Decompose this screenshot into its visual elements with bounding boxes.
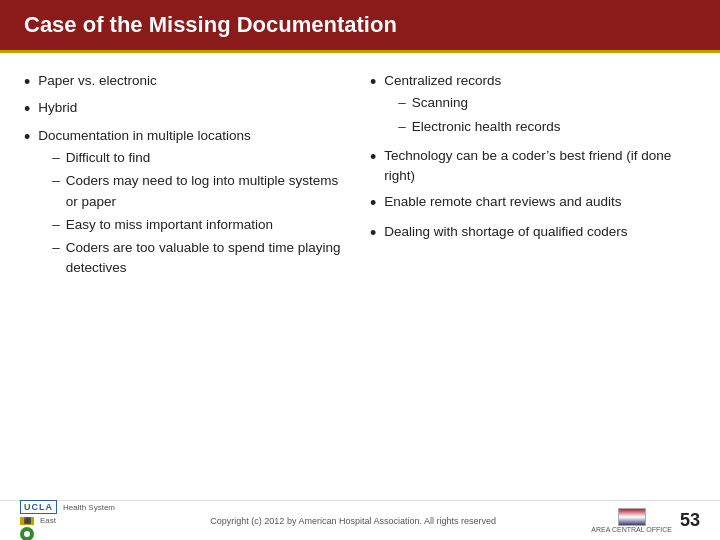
list-item: • Paper vs. electronic [24,71,350,94]
list-item: • Hybrid [24,98,350,121]
sub-list-item: – Easy to miss important information [52,215,350,235]
list-item: • Centralized records – Scanning – Elect… [370,71,696,140]
green-logo-box [20,527,115,540]
slide-footer: UCLA Health System ⬛ East Copyright (c) … [0,500,720,540]
sub-list-item: – Electronic health records [398,117,696,137]
sub-item-text: Difficult to find [66,148,151,168]
bullet-icon: • [370,222,376,245]
bullet-text: Centralized records [384,73,501,88]
flag-icon [618,508,646,526]
sub-list-item: – Scanning [398,93,696,113]
bullet-icon: • [370,192,376,215]
dash-icon: – [52,215,60,235]
list-item: • Documentation in multiple locations – … [24,126,350,282]
bullet-text: Enable remote chart reviews and audits [384,192,696,212]
sub-list: – Difficult to find – Coders may need to… [52,148,350,279]
bullet-icon: • [24,71,30,94]
area-central-office-logo: AREA CENTRAL OFFICE [591,508,672,533]
bullet-text: Technology can be a coder’s best friend … [384,146,696,187]
sub-item-text: Coders are too valuable to spend time pl… [66,238,350,279]
sub-item-text: Scanning [412,93,468,113]
sub-list: – Scanning – Electronic health records [398,93,696,137]
bullet-text: Dealing with shortage of qualified coder… [384,222,696,242]
footer-copyright: Copyright (c) 2012 by American Hospital … [125,516,581,526]
footer-logos-left: UCLA Health System ⬛ East [20,500,115,540]
bullet-icon: • [370,71,376,94]
slide-header: Case of the Missing Documentation [0,0,720,50]
footer-right: AREA CENTRAL OFFICE 53 [591,508,700,533]
green-dot-icon [20,527,34,540]
list-item: • Enable remote chart reviews and audits [370,192,696,215]
sub-list-item: – Coders may need to log into multiple s… [52,171,350,212]
green-dot-inner [24,531,30,537]
slide-title: Case of the Missing Documentation [24,12,397,38]
sub-list-item: – Coders are too valuable to spend time … [52,238,350,279]
bullet-icon: • [24,126,30,149]
slide-content: • Paper vs. electronic • Hybrid • Docume… [0,53,720,500]
page-number: 53 [680,510,700,531]
dash-icon: – [52,148,60,168]
slide: Case of the Missing Documentation • Pape… [0,0,720,540]
east-logo-box: ⬛ East [20,516,115,525]
bullet-icon: • [24,98,30,121]
sub-list-item: – Difficult to find [52,148,350,168]
ucla-logo: UCLA [20,500,57,514]
bullet-text: Hybrid [38,98,350,118]
ucla-health-label: Health System [63,503,115,512]
sub-item-text: Electronic health records [412,117,561,137]
list-item: • Dealing with shortage of qualified cod… [370,222,696,245]
bullet-text: Paper vs. electronic [38,71,350,91]
ucla-logo-box: UCLA Health System [20,500,115,514]
list-item: • Technology can be a coder’s best frien… [370,146,696,187]
sub-item-text: Coders may need to log into multiple sys… [66,171,350,212]
east-logo-icon: ⬛ [20,517,34,525]
bullet-icon: • [370,146,376,169]
dash-icon: – [398,117,406,137]
dash-icon: – [52,238,60,258]
dash-icon: – [52,171,60,191]
dash-icon: – [398,93,406,113]
area-central-label: AREA CENTRAL OFFICE [591,526,672,533]
left-column: • Paper vs. electronic • Hybrid • Docume… [24,71,350,490]
east-label: East [40,516,56,525]
bullet-text: Documentation in multiple locations [38,128,250,143]
sub-item-text: Easy to miss important information [66,215,273,235]
right-column: • Centralized records – Scanning – Elect… [370,71,696,490]
